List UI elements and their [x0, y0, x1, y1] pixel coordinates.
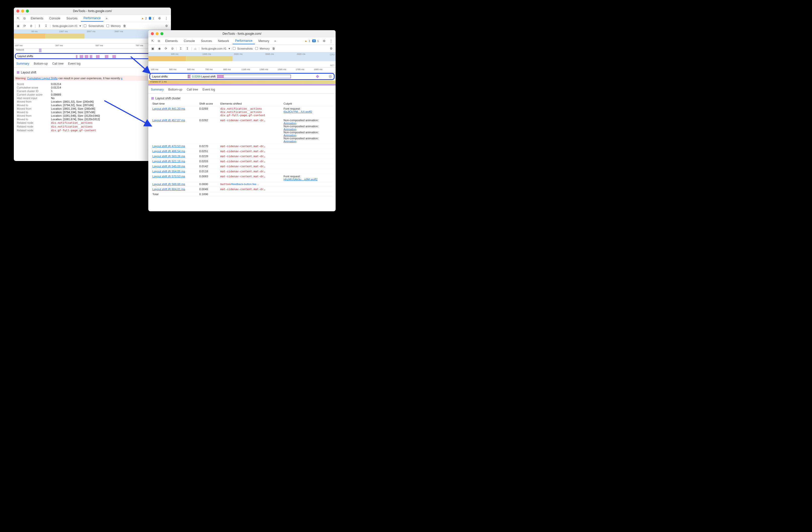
svg-line-0 — [131, 57, 149, 73]
svg-line-1 — [104, 101, 151, 126]
